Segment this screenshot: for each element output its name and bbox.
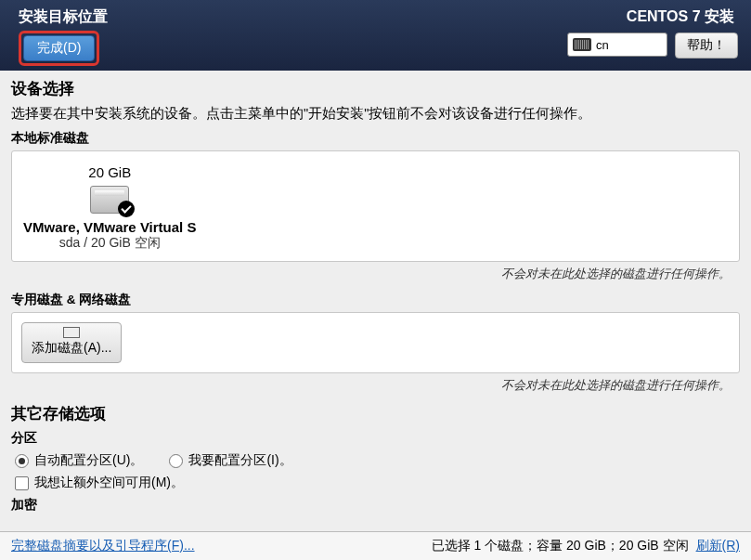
selection-status: 已选择 1 个磁盘；容量 20 GiB；20 GiB 空闲 bbox=[432, 538, 689, 554]
page-title: 安装目标位置 bbox=[19, 7, 108, 27]
device-select-title: 设备选择 bbox=[11, 78, 740, 99]
check-icon bbox=[118, 201, 135, 217]
radio-icon bbox=[15, 454, 29, 468]
special-disks-note: 不会对未在此处选择的磁盘进行任何操作。 bbox=[11, 377, 731, 394]
special-disks-panel: 添加磁盘(A)... bbox=[11, 312, 740, 373]
local-disks-title: 本地标准磁盘 bbox=[11, 130, 740, 147]
disk-size: 20 GiB bbox=[88, 164, 131, 180]
auto-partition-option[interactable]: 自动配置分区(U)。 bbox=[15, 452, 143, 469]
auto-partition-label: 自动配置分区(U)。 bbox=[34, 452, 143, 469]
drive-icon bbox=[63, 327, 80, 338]
partition-title: 分区 bbox=[11, 430, 740, 447]
add-disk-label: 添加磁盘(A)... bbox=[32, 340, 111, 357]
local-disks-panel: 20 GiB VMware, VMware Virtual S sda / 20… bbox=[11, 150, 740, 262]
checkbox-icon bbox=[15, 476, 29, 490]
other-storage-title: 其它存储选项 bbox=[11, 403, 740, 424]
manual-partition-label: 我要配置分区(I)。 bbox=[188, 452, 291, 469]
encrypt-title: 加密 bbox=[11, 497, 740, 514]
disk-detail: sda / 20 GiB 空闲 bbox=[59, 235, 161, 252]
disk-icon-wrap bbox=[90, 186, 129, 214]
extra-space-label: 我想让额外空间可用(M)。 bbox=[34, 475, 184, 491]
refresh-link[interactable]: 刷新(R) bbox=[696, 538, 740, 554]
device-select-desc: 选择要在其中安装系统的设备。点击主菜单中的"开始安装"按钮前不会对该设备进行任何… bbox=[11, 105, 740, 123]
disk-item[interactable]: 20 GiB VMware, VMware Virtual S sda / 20… bbox=[23, 164, 196, 252]
keyboard-layout-label: cn bbox=[596, 38, 609, 52]
disk-name: VMware, VMware Virtual S bbox=[23, 219, 196, 235]
done-highlight: 完成(D) bbox=[19, 31, 99, 66]
help-button[interactable]: 帮助！ bbox=[675, 33, 738, 59]
add-disk-button[interactable]: 添加磁盘(A)... bbox=[21, 322, 122, 363]
keyboard-layout-selector[interactable]: cn bbox=[567, 33, 667, 57]
manual-partition-option[interactable]: 我要配置分区(I)。 bbox=[169, 452, 291, 469]
local-disks-note: 不会对未在此处选择的磁盘进行任何操作。 bbox=[11, 266, 731, 282]
special-disks-title: 专用磁盘 & 网络磁盘 bbox=[11, 292, 740, 308]
done-button[interactable]: 完成(D) bbox=[23, 35, 95, 61]
extra-space-option[interactable]: 我想让额外空间可用(M)。 bbox=[15, 475, 184, 491]
keyboard-icon bbox=[573, 38, 591, 51]
full-disk-summary-link[interactable]: 完整磁盘摘要以及引导程序(F)... bbox=[11, 538, 195, 554]
radio-icon bbox=[169, 454, 183, 468]
footer-bar: 完整磁盘摘要以及引导程序(F)... 已选择 1 个磁盘；容量 20 GiB；2… bbox=[0, 531, 751, 560]
installer-title: CENTOS 7 安装 bbox=[627, 7, 734, 27]
